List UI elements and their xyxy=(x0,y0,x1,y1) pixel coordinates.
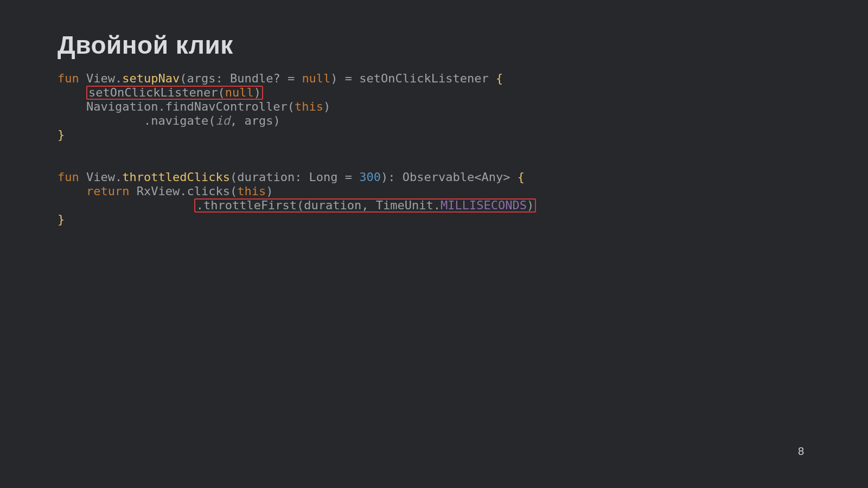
code-text: (duration: Long = xyxy=(230,170,359,184)
brace: } xyxy=(58,128,65,142)
code-text: .navigate( xyxy=(58,114,215,127)
code-text: ) xyxy=(323,100,330,113)
highlighted-throttlefirst: .throttleFirst(duration, TimeUnit.MILLIS… xyxy=(194,198,537,213)
identifier-id: id xyxy=(215,114,230,127)
literal-null: null xyxy=(302,72,330,85)
const-milliseconds: MILLISECONDS xyxy=(441,198,527,212)
highlighted-setonclicklistener-null: setOnClickListener(null) xyxy=(86,86,263,100)
fn-setupnav: setupNav xyxy=(122,72,180,85)
code-text: Navigation.findNavController( xyxy=(58,100,295,113)
keyword-this: this xyxy=(237,184,266,198)
code-text: View. xyxy=(79,170,122,184)
slide: Двойной клик fun View.setupNav(args: Bun… xyxy=(0,0,868,488)
code-text: View. xyxy=(79,72,122,85)
brace: { xyxy=(496,72,503,85)
indent xyxy=(58,198,194,212)
code-text: .throttleFirst(duration, TimeUnit. xyxy=(196,198,441,212)
keyword-return: return xyxy=(86,184,129,198)
brace: } xyxy=(58,213,65,226)
indent xyxy=(58,184,86,198)
indent xyxy=(58,86,86,99)
code-text: ) xyxy=(266,184,273,198)
code-text: (args: Bundle? = xyxy=(180,72,302,85)
brace: { xyxy=(518,170,525,184)
code-text: ) = setOnClickListener xyxy=(330,72,496,85)
literal-300: 300 xyxy=(359,170,381,184)
code-text: ) xyxy=(254,86,261,99)
slide-title: Двойной клик xyxy=(58,30,810,60)
code-block-1: fun View.setupNav(args: Bundle? = null) … xyxy=(58,72,810,227)
keyword-this: this xyxy=(295,100,323,113)
code-text: RxView.clicks( xyxy=(129,184,237,198)
keyword-fun: fun xyxy=(58,72,79,85)
keyword-fun: fun xyxy=(58,170,79,184)
code-text: setOnClickListener( xyxy=(88,86,225,99)
fn-throttledclicks: throttledClicks xyxy=(122,170,230,184)
literal-null: null xyxy=(225,86,254,99)
code-text: , args) xyxy=(230,114,280,127)
code-text: ) xyxy=(527,198,534,212)
page-number: 8 xyxy=(798,445,804,458)
code-text: ): Observable<Any> xyxy=(381,170,518,184)
